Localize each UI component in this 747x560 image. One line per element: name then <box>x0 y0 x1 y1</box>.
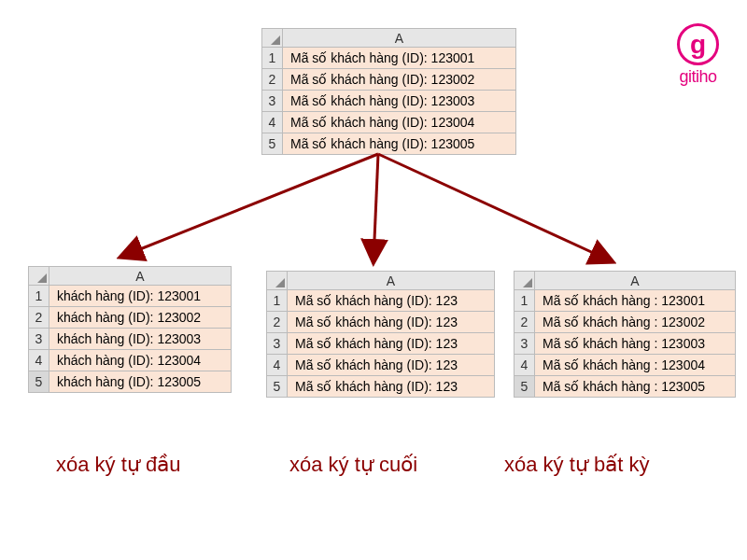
select-all-corner[interactable] <box>262 29 283 48</box>
svg-line-1 <box>374 154 378 261</box>
svg-line-0 <box>121 154 378 257</box>
cell[interactable]: Mã số khách hàng (ID): 123 <box>288 355 495 376</box>
logo-glyph: g <box>690 32 706 58</box>
table-row: 3Mã số khách hàng (ID): 123003 <box>262 91 516 112</box>
result-table-remove-last: A 1Mã số khách hàng (ID): 123 2Mã số khá… <box>266 271 495 398</box>
caption-remove-any: xóa ký tự bất kỳ <box>504 453 649 477</box>
source-table: A 1Mã số khách hàng (ID): 123001 2Mã số … <box>261 28 516 155</box>
result-table-remove-first: A 1khách hàng (ID): 123001 2khách hàng (… <box>28 266 232 393</box>
table-row: 5Mã số khách hàng (ID): 123 <box>267 376 495 398</box>
cell[interactable]: Mã số khách hàng : 123001 <box>535 290 736 312</box>
cell[interactable]: Mã số khách hàng : 123005 <box>535 376 736 398</box>
table-row: 3Mã số khách hàng (ID): 123 <box>267 333 495 355</box>
cell[interactable]: Mã số khách hàng (ID): 123 <box>288 290 495 312</box>
table-row: 3Mã số khách hàng : 123003 <box>514 333 736 355</box>
row-header[interactable]: 5 <box>262 133 283 155</box>
table-row: 1Mã số khách hàng : 123001 <box>514 290 736 312</box>
caption-remove-last: xóa ký tự cuối <box>289 453 417 477</box>
cell[interactable]: Mã số khách hàng (ID): 123001 <box>283 48 516 69</box>
row-header[interactable]: 2 <box>514 312 535 333</box>
cell[interactable]: khách hàng (ID): 123002 <box>49 307 232 329</box>
cell[interactable]: khách hàng (ID): 123003 <box>49 329 232 350</box>
table-row: 5Mã số khách hàng : 123005 <box>514 376 736 398</box>
cell[interactable]: Mã số khách hàng (ID): 123005 <box>283 133 516 155</box>
row-header[interactable]: 5 <box>29 371 49 393</box>
row-header[interactable]: 2 <box>267 312 288 333</box>
row-header[interactable]: 1 <box>267 290 288 312</box>
row-header[interactable]: 3 <box>514 333 535 355</box>
row-header[interactable]: 1 <box>29 286 49 307</box>
arrows-icon <box>0 145 747 275</box>
table-row: 1khách hàng (ID): 123001 <box>29 286 232 307</box>
logo-text: gitiho <box>677 67 719 87</box>
table-row: 1Mã số khách hàng (ID): 123 <box>267 290 495 312</box>
table-row: 4Mã số khách hàng (ID): 123 <box>267 355 495 376</box>
table-row: 2Mã số khách hàng (ID): 123 <box>267 312 495 333</box>
cell[interactable]: Mã số khách hàng (ID): 123004 <box>283 112 516 133</box>
table-row: 2khách hàng (ID): 123002 <box>29 307 232 329</box>
row-header[interactable]: 1 <box>262 48 283 69</box>
row-header[interactable]: 3 <box>29 329 49 350</box>
select-all-corner[interactable] <box>514 272 535 290</box>
row-header[interactable]: 3 <box>262 91 283 112</box>
row-header[interactable]: 3 <box>267 333 288 355</box>
cell[interactable]: Mã số khách hàng (ID): 123 <box>288 376 495 398</box>
table-row: 3khách hàng (ID): 123003 <box>29 329 232 350</box>
cell[interactable]: khách hàng (ID): 123005 <box>49 371 232 393</box>
cell[interactable]: Mã số khách hàng : 123002 <box>535 312 736 333</box>
row-header[interactable]: 2 <box>29 307 49 329</box>
table-row: 1Mã số khách hàng (ID): 123001 <box>262 48 516 69</box>
row-header[interactable]: 5 <box>267 376 288 398</box>
table-row: 4Mã số khách hàng (ID): 123004 <box>262 112 516 133</box>
table-row: 2Mã số khách hàng (ID): 123002 <box>262 69 516 91</box>
column-header-a[interactable]: A <box>288 272 495 290</box>
table-row: 4khách hàng (ID): 123004 <box>29 350 232 371</box>
row-header[interactable]: 4 <box>267 355 288 376</box>
cell[interactable]: khách hàng (ID): 123001 <box>49 286 232 307</box>
column-header-a[interactable]: A <box>49 267 232 286</box>
svg-line-2 <box>378 154 612 261</box>
row-header[interactable]: 4 <box>29 350 49 371</box>
brand-logo: g gitiho <box>677 23 719 87</box>
table-row: 5Mã số khách hàng (ID): 123005 <box>262 133 516 155</box>
cell[interactable]: Mã số khách hàng : 123004 <box>535 355 736 376</box>
row-header[interactable]: 4 <box>262 112 283 133</box>
select-all-corner[interactable] <box>267 272 288 290</box>
cell[interactable]: Mã số khách hàng (ID): 123 <box>288 312 495 333</box>
table-row: 5khách hàng (ID): 123005 <box>29 371 232 393</box>
select-all-corner[interactable] <box>29 267 49 286</box>
caption-remove-first: xóa ký tự đầu <box>56 453 180 477</box>
table-row: 4Mã số khách hàng : 123004 <box>514 355 736 376</box>
cell[interactable]: Mã số khách hàng (ID): 123 <box>288 333 495 355</box>
cell[interactable]: Mã số khách hàng (ID): 123003 <box>283 91 516 112</box>
result-table-remove-any: A 1Mã số khách hàng : 123001 2Mã số khác… <box>514 271 736 398</box>
cell[interactable]: khách hàng (ID): 123004 <box>49 350 232 371</box>
row-header[interactable]: 1 <box>514 290 535 312</box>
table-row: 2Mã số khách hàng : 123002 <box>514 312 736 333</box>
cell[interactable]: Mã số khách hàng (ID): 123002 <box>283 69 516 91</box>
column-header-a[interactable]: A <box>535 272 736 290</box>
logo-circle-icon: g <box>677 23 719 65</box>
row-header[interactable]: 5 <box>514 376 535 398</box>
column-header-a[interactable]: A <box>283 29 516 48</box>
row-header[interactable]: 4 <box>514 355 535 376</box>
cell[interactable]: Mã số khách hàng : 123003 <box>535 333 736 355</box>
row-header[interactable]: 2 <box>262 69 283 91</box>
